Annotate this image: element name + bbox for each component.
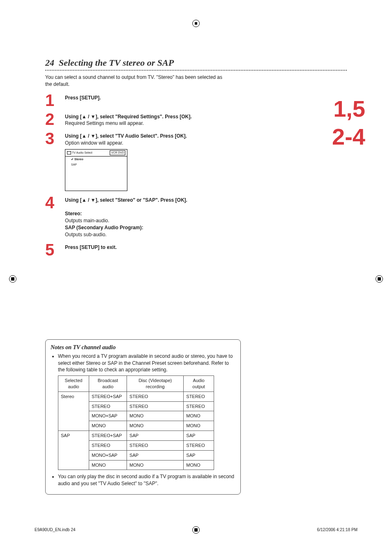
td: SAP bbox=[58, 431, 89, 470]
sap-text: Outputs sub-audio. bbox=[65, 232, 106, 237]
stereo-label: Stereo: bbox=[65, 211, 82, 216]
step-number: 4 bbox=[45, 195, 65, 210]
footer-left: E9A90UD_EN.indb 24 bbox=[35, 527, 76, 532]
callout-dpad: 2-4 bbox=[332, 127, 365, 147]
chapter-header: 24 Selecting the TV stereo or SAP bbox=[45, 58, 347, 71]
th-selected-audio: Selected audio bbox=[58, 376, 89, 392]
table-header-row: Selected audio Broadcast audio Disc (Vid… bbox=[58, 376, 214, 392]
td: STEREO+SAP bbox=[89, 391, 127, 401]
menu-mode-tag: VCR DVD bbox=[110, 150, 125, 155]
step-5: 5 Press [SETUP] to exit. bbox=[45, 242, 226, 257]
td: SAP bbox=[127, 450, 184, 460]
td: SAP bbox=[184, 450, 214, 460]
td: STEREO+SAP bbox=[89, 431, 127, 441]
step-detail: Required Settings menu will appear. bbox=[65, 120, 144, 126]
th-disc-recording: Disc (Videotape) recording bbox=[127, 376, 184, 392]
menu-icon bbox=[67, 151, 71, 154]
step-1: 1 Press [SETUP]. bbox=[45, 93, 226, 108]
chapter-number: 24 bbox=[45, 58, 54, 68]
td: MONO bbox=[184, 421, 214, 431]
th-audio-output: Audio output bbox=[184, 376, 214, 392]
menu-title-text: TV Audio Select bbox=[72, 151, 92, 155]
print-registration-mark-bottom bbox=[192, 526, 200, 534]
td: MONO bbox=[89, 460, 127, 470]
step-4: 4 Using [▲ / ▼], select "Stereo" or "SAP… bbox=[45, 195, 226, 238]
td: STEREO bbox=[127, 401, 184, 411]
td: STEREO bbox=[127, 391, 184, 401]
td: MONO bbox=[127, 421, 184, 431]
sap-label: SAP (Secondary Audio Program): bbox=[65, 225, 143, 230]
td: MONO bbox=[89, 421, 127, 431]
td: SAP bbox=[184, 431, 214, 441]
td: MONO bbox=[184, 411, 214, 421]
th-broadcast-audio: Broadcast audio bbox=[89, 376, 127, 392]
td: MONO+SAP bbox=[89, 450, 127, 460]
step-instruction: Press [SETUP]. bbox=[65, 95, 101, 101]
print-registration-mark-top bbox=[192, 20, 200, 27]
td: STEREO bbox=[184, 391, 214, 401]
check-icon: ✔ bbox=[71, 158, 74, 161]
notes-box: Notes on TV channel audio When you recor… bbox=[45, 339, 241, 495]
td: MONO bbox=[127, 411, 184, 421]
step-2: 2 Using [▲ / ▼], select "Required Settin… bbox=[45, 112, 226, 127]
notes-title: Notes on TV channel audio bbox=[51, 344, 235, 352]
td: Stereo bbox=[58, 391, 89, 431]
menu-item-stereo: ✔Stereo bbox=[65, 157, 127, 162]
td: STEREO bbox=[184, 401, 214, 411]
step-number: 2 bbox=[45, 112, 65, 127]
td: STEREO bbox=[184, 440, 214, 450]
menu-screenshot: TV Audio Select VCR DVD ✔Stereo SAP bbox=[65, 149, 127, 191]
step-number: 3 bbox=[45, 131, 65, 146]
notes-bullet-1: When you record a TV program available i… bbox=[58, 353, 235, 373]
print-registration-mark-left bbox=[9, 275, 16, 283]
step-number: 1 bbox=[45, 93, 65, 108]
intro-text: You can select a sound channel to output… bbox=[45, 74, 226, 88]
step-3: 3 Using [▲ / ▼], select "TV Audio Select… bbox=[45, 131, 226, 191]
td: STEREO bbox=[127, 440, 184, 450]
td: STEREO bbox=[89, 440, 127, 450]
steps-list: TV/VIDEO VCR DVD OPEN/CLOSE SEARCH AUDIO… bbox=[45, 93, 347, 257]
callout-setup: 1,5 bbox=[332, 99, 365, 119]
table-row: Stereo STEREO+SAP STEREO STEREO bbox=[58, 391, 214, 401]
td: MONO bbox=[184, 460, 214, 470]
footer-right: 6/12/2006 4:21:18 PM bbox=[317, 527, 357, 532]
step-instruction: Using [▲ / ▼], select "Required Settings… bbox=[65, 114, 192, 120]
table-row: SAP STEREO+SAP SAP SAP bbox=[58, 431, 214, 441]
td: SAP bbox=[127, 431, 184, 441]
step-instruction: Using [▲ / ▼], select "TV Audio Select".… bbox=[65, 133, 187, 139]
stereo-text: Outputs main-audio. bbox=[65, 218, 109, 223]
print-registration-mark-right bbox=[376, 275, 383, 283]
step-detail: Option window will appear. bbox=[65, 140, 123, 146]
chapter-title: Selecting the TV stereo or SAP bbox=[59, 58, 174, 68]
remote-callouts: 1,5 2-4 bbox=[332, 99, 365, 155]
td: STEREO bbox=[89, 401, 127, 411]
td: MONO+SAP bbox=[89, 411, 127, 421]
td: MONO bbox=[127, 460, 184, 470]
step-number: 5 bbox=[45, 242, 65, 257]
step-instruction: Press [SETUP] to exit. bbox=[65, 244, 117, 250]
menu-item-sap: SAP bbox=[65, 162, 127, 168]
step-instruction: Using [▲ / ▼], select "Stereo" or "SAP".… bbox=[65, 197, 187, 203]
notes-bullet-2: You can only play the disc in second aud… bbox=[58, 473, 235, 486]
audio-table: Selected audio Broadcast audio Disc (Vid… bbox=[58, 375, 214, 470]
